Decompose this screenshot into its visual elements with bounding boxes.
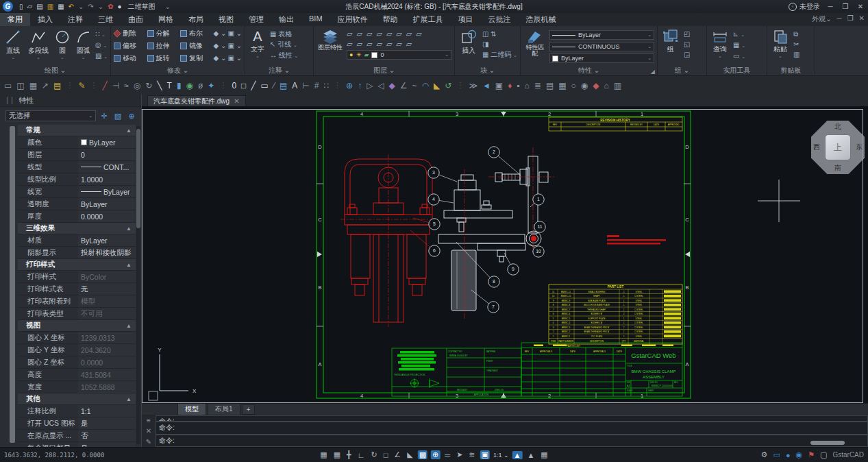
classic-toolbar-icon[interactable]: ▭ <box>261 81 269 90</box>
palette-section-三维效果[interactable]: 三维效果▲ <box>18 223 136 234</box>
classic-toolbar-icon[interactable]: ◁ <box>377 81 384 90</box>
classic-toolbar-icon[interactable]: 0 <box>232 81 236 90</box>
status-toggle-icon[interactable]: ╋ <box>345 450 353 459</box>
property-value[interactable]: ByLayer <box>78 234 136 246</box>
property-value[interactable]: 0.0000 <box>78 356 136 368</box>
classic-toolbar-icon[interactable]: ✎ <box>78 81 85 90</box>
tab-model[interactable]: 模型 <box>177 403 206 415</box>
layer-tool-icon[interactable]: ▱ <box>356 29 362 38</box>
modify-extra-icon[interactable]: ◆ ⌄ <box>214 54 227 62</box>
classic-toolbar-icon[interactable]: ⊣ <box>112 81 119 90</box>
annotation-scale[interactable]: 1:1 ⌄ <box>493 452 509 459</box>
property-value[interactable]: ByLayer <box>78 136 136 148</box>
group-select-icon[interactable]: ◲ <box>684 51 690 59</box>
modify-extra-icon[interactable]: ▣ ⌄ <box>227 54 242 62</box>
classic-toolbar-icon[interactable]: A <box>292 81 297 90</box>
classic-toolbar-icon[interactable]: ≣ <box>534 81 541 90</box>
leader-button[interactable]: ↖ 引线 ⌄ <box>270 40 298 49</box>
classic-toolbar-icon[interactable]: ▤ <box>546 81 554 90</box>
layer-tool-icon[interactable]: ▱ <box>406 29 412 38</box>
polyline-button[interactable]: 多段线⌄ <box>26 27 50 66</box>
cmd-grip-icon[interactable]: ≡ <box>147 417 151 424</box>
panel-layers-label[interactable]: 图层 ⌄ <box>314 66 454 75</box>
property-value[interactable]: 1239.0313 <box>78 332 136 343</box>
redo-caret-icon[interactable]: ⌄ <box>98 3 103 10</box>
classic-toolbar-icon[interactable]: □ <box>241 81 246 90</box>
classic-toolbar-icon[interactable]: ╱ <box>251 81 256 90</box>
layer-tool-icon[interactable]: ▱ <box>396 40 401 49</box>
annotation-icon[interactable]: ▲ <box>525 451 536 459</box>
ribbon-tab[interactable]: 浩辰机械 <box>519 13 564 26</box>
layer-tool-icon[interactable]: ▱ <box>386 40 392 49</box>
panel-draw-label[interactable]: 绘图 ⌄ <box>0 66 110 75</box>
minimize-button[interactable]: ─ <box>826 3 835 10</box>
modify-button-布尔[interactable]: 布尔 <box>180 29 212 38</box>
classic-toolbar-icon[interactable]: ▥ <box>614 81 621 90</box>
status-toggle-icon[interactable]: ∟ <box>356 451 367 459</box>
classic-toolbar-icon[interactable]: ◫ <box>16 81 24 90</box>
flag-icon[interactable]: ⚑ <box>808 450 815 459</box>
block-attach-icon[interactable]: ◨ <box>482 40 517 49</box>
layer-tool-icon[interactable]: ▱ <box>396 29 401 38</box>
classic-toolbar-icon[interactable]: ~ <box>412 81 417 90</box>
status-toggle-icon[interactable]: ◣ <box>406 450 414 459</box>
modify-extra-icon[interactable]: ▣ ⌄ <box>227 42 242 50</box>
palette-section-视图[interactable]: 视图▲ <box>18 320 136 332</box>
classic-toolbar-icon[interactable]: ∷ <box>323 81 329 90</box>
classic-toolbar-icon[interactable]: ▭ <box>4 81 12 90</box>
classic-toolbar-icon[interactable]: T <box>167 81 172 90</box>
property-value[interactable]: 模型 <box>78 295 136 307</box>
measure-button[interactable]: 查询⌄ <box>710 27 730 66</box>
command-input[interactable]: 命令: <box>156 435 868 448</box>
compass-north[interactable]: 北 <box>834 122 841 132</box>
modify-button-镜像[interactable]: 镜像 <box>180 41 212 51</box>
cmd-close-icon[interactable]: ✕ <box>146 427 151 435</box>
property-value[interactable]: 204.3620 <box>78 344 136 356</box>
ribbon-tab[interactable]: 帮助 <box>375 13 406 26</box>
property-value[interactable]: 431.5084 <box>78 369 136 380</box>
classic-toolbar-icon[interactable]: ≈ <box>124 81 129 90</box>
modify-extra-icon[interactable]: ◆ ⌄ <box>214 42 227 50</box>
classic-toolbar-icon[interactable]: ⊢ <box>302 81 309 90</box>
modify-extra-icon[interactable]: ◆ ⌄ <box>214 29 227 38</box>
classic-toolbar-icon[interactable]: ✦ <box>208 81 214 90</box>
property-value[interactable]: 0 <box>78 149 136 160</box>
login-button[interactable]: ◦未登录 <box>789 2 820 12</box>
quick-select-icon[interactable]: ▭ ⌄ <box>733 52 745 61</box>
collapse-icon[interactable]: ▲ <box>126 396 132 402</box>
point-tool-icon[interactable]: ∷ ⌄ <box>95 30 108 39</box>
ribbon-tab[interactable]: 输出 <box>271 13 301 26</box>
ribbon-tab[interactable]: 常用 <box>0 13 30 26</box>
copy-base-icon[interactable]: ▥ <box>793 51 799 59</box>
compass-south[interactable]: 南 <box>834 163 841 173</box>
cut-clip-icon[interactable]: ✂ <box>793 40 799 49</box>
status-toggle-icon[interactable]: ▣ <box>480 450 490 459</box>
classic-toolbar-icon[interactable]: ◠ <box>422 81 429 90</box>
layer-tool-icon[interactable]: ▱ <box>376 29 382 38</box>
selection-dropdown[interactable]: 无选择⌄ <box>5 110 96 121</box>
ribbon-tab[interactable]: 三维 <box>90 13 121 26</box>
collapse-icon[interactable]: ▲ <box>126 262 132 268</box>
layer-dropdown[interactable]: ● ☀ ▰ 0 ⌄ <box>347 50 451 60</box>
palette-title[interactable]: ▏▏特性 <box>0 95 141 107</box>
select-objects-icon[interactable]: ▧ <box>112 112 123 121</box>
ribbon-tab[interactable]: 曲面 <box>121 13 151 26</box>
copy-clip-icon[interactable]: ⧉ <box>793 30 799 38</box>
quick-select-icon[interactable]: ⊕ <box>126 112 137 121</box>
layer-tool-icon[interactable]: ▱ <box>376 40 382 49</box>
classic-toolbar-icon[interactable]: ○ <box>571 81 576 90</box>
dialog-launcher-icon[interactable]: ◢ <box>651 69 655 75</box>
property-value[interactable]: 1.0000 <box>78 173 136 185</box>
annotation-icon[interactable]: ▲ <box>512 451 523 459</box>
assist-icon[interactable]: ● <box>118 3 122 10</box>
toggle-pickadd-icon[interactable]: ✛ <box>99 112 110 121</box>
classic-toolbar-icon[interactable]: ▷ <box>367 81 373 90</box>
block-edit-icon[interactable]: ◫ ⇅ <box>482 30 517 38</box>
palette-section-打印样式[interactable]: 打印样式▲ <box>18 259 136 271</box>
property-value[interactable]: 1:1 <box>78 405 136 417</box>
classic-toolbar-icon[interactable]: ≫ <box>469 81 478 90</box>
palette-scrollbar[interactable] <box>136 126 140 444</box>
layer-properties-button[interactable]: 图层特性 <box>317 27 344 66</box>
open-icon[interactable]: ▱ <box>27 3 33 10</box>
ribbon-tab[interactable]: 扩展工具 <box>406 13 451 26</box>
